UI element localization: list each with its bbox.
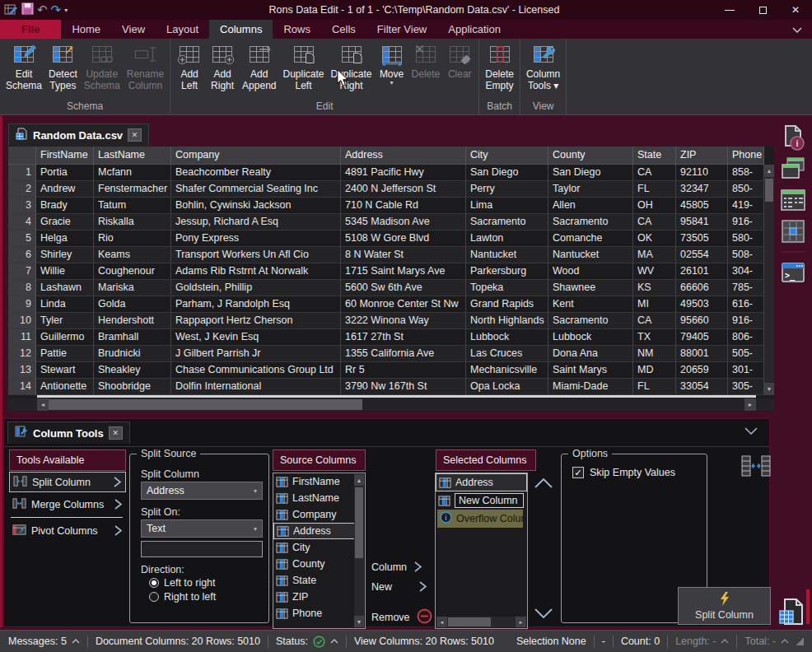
cell[interactable]: Beachcomber Realty <box>171 165 341 181</box>
cell[interactable]: 49503 <box>676 296 728 313</box>
cell[interactable]: Wood <box>548 263 633 280</box>
scroll-up-icon[interactable]: ▲ <box>354 474 364 486</box>
source-column-state[interactable]: State <box>273 572 355 589</box>
cell[interactable]: 92110 <box>676 165 728 181</box>
column-tools-button[interactable]: ColumnTools ▾ <box>523 39 563 92</box>
cell[interactable]: Nantucket <box>548 247 633 263</box>
minimize-button[interactable]: — <box>713 0 746 20</box>
row-number[interactable]: 1 <box>8 165 36 181</box>
horizontal-scrollbar[interactable]: ◄ ► <box>8 398 774 411</box>
cell[interactable]: Sacramento <box>548 313 633 329</box>
menu-tab-filter-view[interactable]: Filter View <box>366 20 437 39</box>
cell[interactable]: 806- <box>728 329 764 346</box>
tool-split-column[interactable]: Split Column <box>9 472 126 492</box>
menu-tab-cells[interactable]: Cells <box>321 20 366 39</box>
cell[interactable]: West, J Kevin Esq <box>171 329 341 346</box>
cell[interactable]: OH <box>633 198 676 214</box>
source-column-zip[interactable]: ZIP <box>273 589 355 605</box>
menu-tab-file[interactable]: File <box>0 20 61 39</box>
cell[interactable]: 45805 <box>676 198 728 214</box>
cell[interactable]: Kent <box>548 296 633 313</box>
cell[interactable]: 785- <box>728 280 764 296</box>
selected-column-overflow-colur[interactable]: i Overflow Colur <box>437 510 523 528</box>
scroll-thumb[interactable] <box>448 617 491 626</box>
cell[interactable]: Goldstein, Phillip <box>171 280 341 296</box>
cell[interactable]: Miami-Dade <box>548 379 633 395</box>
cell[interactable]: MI <box>633 296 676 313</box>
scroll-left-icon[interactable]: ◄ <box>37 398 49 411</box>
close-button[interactable]: ✕ <box>779 0 812 20</box>
cell[interactable]: Saint Marys <box>548 362 633 379</box>
scroll-thumb[interactable] <box>355 487 363 558</box>
add-append-button[interactable]: AddAppend <box>239 39 279 92</box>
row-number[interactable]: 2 <box>8 181 36 198</box>
console-icon[interactable]: >_ <box>779 259 807 286</box>
menu-tab-home[interactable]: Home <box>61 20 111 39</box>
cell[interactable]: Bohlin, Cywinski Jackson <box>171 198 341 214</box>
cell[interactable]: Brudnicki <box>94 346 171 362</box>
undo-icon[interactable]: ↶ <box>37 4 48 16</box>
duplicate-right-button[interactable]: DuplicateRight <box>328 39 376 92</box>
cell[interactable]: Shawnee <box>548 280 633 296</box>
split-pattern-input[interactable] <box>141 541 263 557</box>
cell[interactable]: 5108 W Gore Blvd <box>341 231 466 247</box>
cell[interactable]: Lubbock <box>466 329 548 346</box>
cell[interactable]: WV <box>633 263 676 280</box>
cell[interactable]: Las Cruces <box>466 346 548 362</box>
status-expander[interactable]: Status: <box>276 636 338 648</box>
delete-empty-button[interactable]: DeleteEmpty <box>482 39 517 92</box>
delete-button[interactable]: Delete <box>408 39 444 81</box>
column-header-lastname[interactable]: LastName <box>94 147 171 165</box>
add-new-column-button[interactable]: New <box>371 580 427 593</box>
cell[interactable]: 26101 <box>676 263 728 280</box>
rename-column-button[interactable]: RenameColumn <box>124 39 167 92</box>
grid-cells-icon[interactable] <box>779 218 807 244</box>
source-column-lastname[interactable]: LastName <box>273 490 355 506</box>
cell[interactable]: Tyler <box>36 313 94 329</box>
document-tab-close-icon[interactable]: ✕ <box>128 128 142 142</box>
messages-expander[interactable]: Messages: 5 <box>8 636 80 647</box>
add-column-button[interactable]: Column <box>371 561 422 573</box>
cell[interactable]: 508- <box>728 247 764 263</box>
cell[interactable]: Comanche <box>548 231 633 247</box>
cell[interactable]: 505- <box>728 346 764 362</box>
column-header-company[interactable]: Company <box>171 147 341 165</box>
cell[interactable]: Keams <box>94 247 171 263</box>
cell[interactable]: 3790 Nw 167th St <box>341 379 466 395</box>
cell[interactable]: Jessup, Richard A Esq <box>171 214 341 231</box>
cell[interactable]: Opa Locka <box>466 379 548 395</box>
column-header-state[interactable]: State <box>633 147 676 165</box>
menu-tab-rows[interactable]: Rows <box>273 20 321 39</box>
source-column-company[interactable]: Company <box>273 506 355 523</box>
ribbon-collapse-chevron-icon[interactable] <box>792 20 812 39</box>
cell[interactable]: 3222 Winona Way <box>341 313 466 329</box>
cell[interactable]: 79405 <box>676 329 728 346</box>
cell[interactable]: Pattie <box>36 346 94 362</box>
menu-tab-layout[interactable]: Layout <box>156 20 209 39</box>
selected-column-address[interactable]: Address <box>436 473 527 491</box>
row-number-header[interactable] <box>8 147 36 165</box>
edit-schema-button[interactable]: EditSchema <box>2 39 45 92</box>
resize-grip[interactable] <box>796 637 804 645</box>
cell[interactable]: San Diego <box>466 165 548 181</box>
cell[interactable]: 73505 <box>676 231 728 247</box>
cell[interactable]: Lima <box>466 198 548 214</box>
cell[interactable]: Sacramento <box>548 214 633 231</box>
selected-columns-scrollbar[interactable]: ◄ ► <box>436 617 526 627</box>
scroll-right-icon[interactable]: ► <box>744 398 756 411</box>
cell[interactable]: 850- <box>728 181 764 198</box>
row-number[interactable]: 12 <box>8 346 36 362</box>
cell[interactable]: San Diego <box>548 165 633 181</box>
row-number[interactable]: 4 <box>8 214 36 231</box>
document-info-icon[interactable]: i <box>779 124 807 151</box>
cell[interactable]: Parkersburg <box>466 263 548 280</box>
move-up-chevron-icon[interactable] <box>534 477 553 492</box>
column-header-address[interactable]: Address <box>341 147 466 165</box>
cell[interactable]: Sheakley <box>94 362 171 379</box>
source-column-city[interactable]: City <box>273 539 355 556</box>
window-views-icon[interactable] <box>779 156 807 182</box>
cell[interactable]: Riskalla <box>94 214 171 231</box>
cell[interactable]: 858- <box>728 165 764 181</box>
cell[interactable]: Fenstermacher <box>94 181 171 198</box>
cell[interactable]: Portia <box>36 165 94 181</box>
